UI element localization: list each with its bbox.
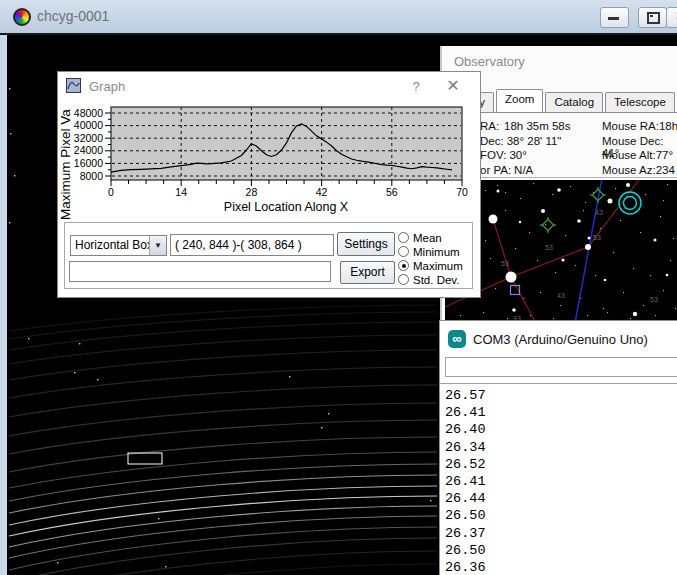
radio-maximum[interactable]: Maximum — [398, 259, 463, 273]
coord-row: or PA:N/A — [480, 164, 571, 179]
star[interactable] — [577, 219, 581, 223]
star[interactable] — [512, 308, 516, 312]
star[interactable] — [604, 279, 607, 282]
hot-pixel — [28, 338, 29, 339]
maximize-button[interactable] — [638, 7, 667, 28]
star[interactable] — [626, 183, 630, 187]
radio-std-dev-[interactable]: Std. Dev. — [398, 273, 463, 287]
mouse-coord-row: Mouse Alt:77° — [602, 149, 677, 164]
graph-dialog-titlebar[interactable]: Graph ? ✕ — [58, 72, 480, 99]
star[interactable] — [588, 237, 591, 240]
coord-row: Dec:38° 28' 11" — [480, 135, 571, 150]
faint-star — [615, 188, 616, 189]
serial-reading: 26.41 — [445, 473, 677, 490]
hot-pixel — [57, 562, 58, 563]
faint-star — [552, 194, 553, 195]
minimize-button[interactable] — [600, 7, 629, 28]
star[interactable] — [666, 274, 669, 277]
hot-pixel — [97, 379, 98, 380]
faint-star — [533, 183, 534, 184]
faint-star — [595, 275, 596, 276]
x-tick-label: 56 — [386, 186, 398, 198]
maximize-icon — [647, 12, 660, 24]
y-tick-label: 8000 — [80, 170, 104, 182]
serial-reading: 26.57 — [445, 387, 677, 404]
star[interactable] — [633, 312, 637, 316]
faint-star — [570, 186, 571, 187]
chevron-down-icon[interactable]: ▼ — [149, 236, 166, 255]
radio-dot[interactable] — [398, 232, 409, 243]
faint-star — [620, 220, 621, 221]
dialog-title: Graph — [89, 79, 125, 94]
arduino-icon: ∞ — [448, 330, 466, 348]
screen: chcyg-0001 ✕ Observatory yZoomCatalogTel… — [0, 0, 677, 575]
settings-button[interactable]: Settings — [337, 232, 395, 256]
faint-star — [540, 292, 541, 293]
serial-reading: 26.52 — [445, 456, 677, 473]
controls-groupbox: Horizontal Box ▼ ( 240, 844 )-( 308, 864… — [64, 222, 473, 289]
radio-dot[interactable] — [398, 260, 409, 271]
hot-pixel — [430, 500, 431, 501]
star[interactable] — [561, 258, 564, 261]
selection-rectangle[interactable] — [128, 453, 162, 464]
faint-star — [660, 216, 661, 217]
value-field[interactable] — [69, 261, 331, 282]
faint-star — [583, 210, 584, 211]
faint-star — [650, 275, 651, 276]
hot-pixel — [10, 133, 11, 134]
serial-reading: 26.40 — [445, 421, 677, 438]
region-mode-value: Horizontal Box — [75, 238, 153, 252]
star[interactable] — [654, 239, 657, 242]
faint-star — [529, 232, 530, 233]
spectral-trace — [9, 312, 437, 339]
serial-monitor-title[interactable]: COM3 (Arduino/Genuino Uno) — [473, 332, 648, 347]
region-mode-select[interactable]: Horizontal Box ▼ — [70, 235, 167, 256]
hot-pixel — [9, 88, 10, 89]
star[interactable] — [608, 199, 613, 204]
hot-pixel — [165, 566, 166, 567]
faint-star — [663, 200, 664, 201]
star[interactable] — [585, 244, 591, 250]
serial-input[interactable] — [445, 357, 677, 377]
mouse-coord-row: Mouse Dec:41° — [602, 135, 677, 150]
faint-star — [495, 288, 496, 289]
faint-star — [515, 248, 516, 249]
star[interactable] — [506, 272, 517, 283]
star-label: 53 — [545, 244, 553, 251]
x-axis-title: Pixel Location Along X — [224, 200, 349, 214]
mouse-coord-row: Mouse RA:18h — [602, 120, 677, 135]
faint-star — [537, 260, 538, 261]
faint-star — [630, 318, 631, 319]
spectral-trace — [9, 420, 437, 454]
tab-catalog[interactable]: Catalog — [545, 92, 603, 113]
star[interactable] — [489, 215, 498, 224]
star[interactable] — [497, 190, 500, 193]
faint-star — [483, 312, 484, 313]
main-titlebar[interactable]: chcyg-0001 ✕ — [0, 0, 677, 35]
star[interactable] — [519, 221, 521, 223]
serial-output[interactable]: 26.5726.4126.4026.3426.5226.4126.4426.50… — [440, 383, 677, 575]
serial-reading: 26.34 — [445, 439, 677, 456]
tab-telescope[interactable]: Telescope — [605, 92, 675, 113]
help-button[interactable]: ? — [408, 79, 424, 94]
serial-reading: 26.37 — [445, 525, 677, 542]
radio-dot[interactable] — [398, 246, 409, 257]
close-button[interactable]: ✕ — [666, 7, 677, 28]
window-title: chcyg-0001 — [37, 8, 109, 24]
radio-minimum[interactable]: Minimum — [398, 245, 463, 259]
tab-zoom[interactable]: Zoom — [496, 89, 543, 113]
star[interactable] — [557, 188, 561, 192]
faint-star — [460, 315, 461, 316]
radio-mean[interactable]: Mean — [398, 231, 463, 245]
dialog-close-button[interactable]: ✕ — [444, 76, 462, 95]
serial-reading: 26.44 — [445, 490, 677, 507]
radio-dot[interactable] — [398, 274, 409, 285]
export-button[interactable]: Export — [340, 261, 395, 284]
coord-row: RA:18h 35m 58s — [480, 120, 571, 135]
star[interactable] — [541, 209, 545, 213]
spectral-trace — [9, 385, 437, 417]
x-tick-label: 28 — [246, 186, 258, 198]
region-coordinates-field[interactable]: ( 240, 844 )-( 308, 864 ) — [170, 234, 334, 256]
faint-star — [663, 290, 664, 291]
hot-pixel — [321, 427, 322, 428]
